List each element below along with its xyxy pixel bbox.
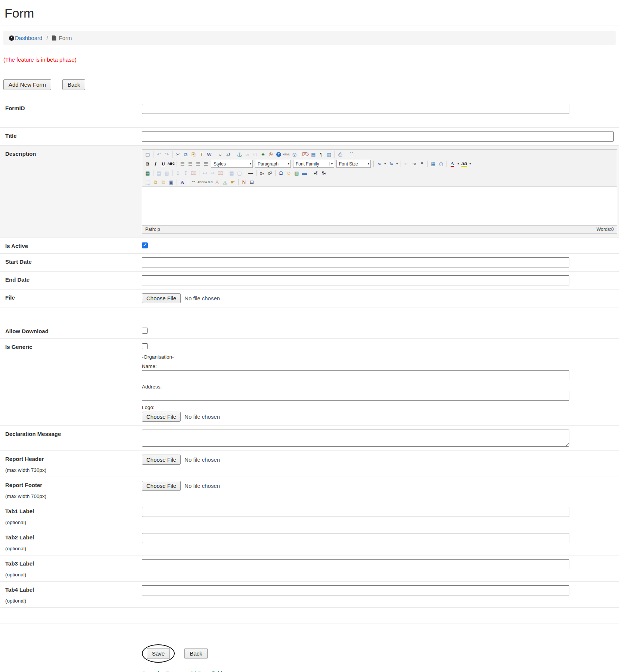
report-header-row: Report Header (max width 730px) Choose F… bbox=[0, 450, 619, 477]
organisation-name-input[interactable] bbox=[142, 370, 569, 380]
title-input[interactable] bbox=[142, 131, 614, 142]
end-date-label: End Date bbox=[5, 276, 142, 283]
insert-media-icon[interactable]: ▥ bbox=[293, 170, 301, 177]
page-title: Form bbox=[4, 6, 619, 21]
paste-icon[interactable]: ⎘ bbox=[190, 151, 197, 158]
paragraph-format-select[interactable]: Paragraph▾ bbox=[255, 160, 291, 168]
report-header-choose-button[interactable]: Choose File bbox=[142, 455, 181, 465]
declaration-textarea[interactable] bbox=[142, 430, 569, 447]
acronym-icon[interactable]: A.B.C. bbox=[205, 179, 213, 186]
file-choose-button[interactable]: Choose File bbox=[142, 293, 181, 303]
special-char-icon[interactable]: Ω bbox=[277, 170, 285, 177]
numbered-list-caret-icon[interactable]: ▾ bbox=[395, 160, 399, 167]
ltr-icon[interactable]: ▸¶ bbox=[312, 170, 320, 177]
indent-icon[interactable]: ⇥ bbox=[410, 160, 418, 167]
abbreviation-icon[interactable]: ABBR bbox=[197, 179, 205, 186]
is-active-checkbox[interactable] bbox=[142, 242, 148, 248]
logo-choose-button[interactable]: Choose File bbox=[142, 412, 181, 422]
align-left-icon[interactable]: ☰ bbox=[178, 160, 186, 167]
font-size-select[interactable]: Font Size▾ bbox=[336, 160, 371, 168]
insert-date-icon[interactable]: ▦ bbox=[429, 160, 437, 167]
tab1-input[interactable] bbox=[142, 507, 569, 517]
toolbar-separator bbox=[335, 151, 335, 158]
numbered-list-icon[interactable]: 1≡ bbox=[387, 160, 395, 167]
text-color-caret-icon[interactable]: ▾ bbox=[456, 160, 460, 167]
is-generic-checkbox[interactable] bbox=[142, 343, 148, 349]
paste-as-text-icon[interactable]: T bbox=[197, 151, 205, 158]
insert-image-icon[interactable]: ♣ bbox=[259, 151, 267, 158]
bold-icon[interactable]: B bbox=[144, 160, 152, 167]
absolute-position-icon[interactable]: ▣ bbox=[167, 179, 175, 186]
paste-from-word-icon[interactable]: W bbox=[205, 151, 213, 158]
insert-layer-icon[interactable]: ⬚ bbox=[144, 179, 152, 186]
cut-icon[interactable]: ✂ bbox=[174, 151, 182, 158]
delete-col-icon: ⌧ bbox=[217, 170, 224, 177]
text-color-icon[interactable]: A bbox=[448, 160, 456, 167]
remove-format-icon[interactable]: ⌦ bbox=[302, 151, 310, 158]
end-date-input[interactable] bbox=[142, 275, 569, 285]
report-footer-choose-button[interactable]: Choose File bbox=[142, 481, 181, 491]
styles-select[interactable]: Styles▾ bbox=[211, 160, 253, 168]
underline-icon[interactable]: U bbox=[159, 160, 167, 167]
insert-time-icon[interactable]: ◷ bbox=[437, 160, 445, 167]
start-date-input[interactable] bbox=[142, 257, 569, 267]
back-button-bottom[interactable]: Back bbox=[184, 648, 207, 659]
italic-icon[interactable]: I bbox=[152, 160, 159, 167]
cite-icon[interactable]: ❝❞ bbox=[190, 179, 197, 186]
emoticons-icon[interactable]: ☺ bbox=[285, 170, 293, 177]
attributes-icon[interactable]: ☛ bbox=[229, 179, 237, 186]
move-forward-icon[interactable]: ⧉ bbox=[152, 179, 159, 186]
font-size-select-label: Font Size bbox=[339, 161, 358, 167]
background-color-icon[interactable]: ab bbox=[460, 160, 468, 167]
table-edit-icon[interactable]: ▦ bbox=[144, 170, 152, 177]
back-button-top[interactable]: Back bbox=[62, 79, 85, 90]
print-preview-icon[interactable]: ▧ bbox=[325, 151, 333, 158]
superscript-icon[interactable]: x² bbox=[266, 170, 274, 177]
background-color-caret-icon[interactable]: ▾ bbox=[468, 160, 472, 167]
anchor-icon[interactable]: ⚓ bbox=[236, 151, 243, 158]
insert-table-icon[interactable]: ▦ bbox=[310, 151, 317, 158]
save-button[interactable]: Save bbox=[147, 648, 170, 659]
align-right-icon[interactable]: ☰ bbox=[194, 160, 202, 167]
copy-icon[interactable]: ⧉ bbox=[182, 151, 190, 158]
organisation-address-input[interactable] bbox=[142, 391, 569, 401]
cleanup-icon[interactable]: ✇ bbox=[267, 151, 275, 158]
bullet-list-icon[interactable]: •≡ bbox=[375, 160, 383, 167]
tab2-input[interactable] bbox=[142, 533, 569, 543]
breadcrumb: Dashboard / Form bbox=[3, 31, 616, 45]
save-annotation-ellipse: Save bbox=[142, 644, 175, 663]
horizontal-rule-icon[interactable]: — bbox=[247, 170, 255, 177]
insert-row-after-icon: ↧ bbox=[182, 170, 190, 177]
print-icon[interactable]: ⎙ bbox=[336, 151, 344, 158]
align-center-icon[interactable]: ☰ bbox=[186, 160, 194, 167]
style-props-icon[interactable]: A bbox=[178, 179, 186, 186]
toolbar-separator bbox=[427, 161, 428, 167]
new-document-icon[interactable]: ▢ bbox=[144, 151, 152, 158]
preview-icon[interactable]: ◎ bbox=[290, 151, 298, 158]
find-replace-icon[interactable]: ⇄ bbox=[224, 151, 232, 158]
tab3-input[interactable] bbox=[142, 559, 569, 569]
subscript-icon[interactable]: x₂ bbox=[258, 170, 266, 177]
fullscreen-icon[interactable]: ⛶ bbox=[348, 151, 355, 158]
nonbreaking-icon[interactable]: N bbox=[240, 179, 248, 186]
description-row: Description ▢↶↷✂⧉⎘TW⌕⇄⚓∞∅♣✇?HTML◎⌦▦¶▧⎙⛶B… bbox=[0, 145, 619, 238]
breadcrumb-dashboard-link[interactable]: Dashboard bbox=[9, 35, 42, 41]
blockquote-icon[interactable]: ❝ bbox=[418, 160, 426, 167]
html-source-icon[interactable]: HTML bbox=[283, 151, 290, 158]
allow-download-checkbox[interactable] bbox=[142, 328, 148, 334]
help-icon[interactable]: ? bbox=[275, 151, 283, 158]
strikethrough-icon[interactable]: ABC bbox=[167, 160, 175, 167]
visual-chars-icon[interactable]: ¶ bbox=[317, 151, 325, 158]
rtl-icon[interactable]: ¶◂ bbox=[320, 170, 327, 177]
tab4-input[interactable] bbox=[142, 585, 569, 595]
font-family-select[interactable]: Font Family▾ bbox=[293, 160, 334, 168]
bullet-list-caret-icon[interactable]: ▾ bbox=[383, 160, 387, 167]
add-new-form-button[interactable]: Add New Form bbox=[3, 79, 51, 90]
embed-icon[interactable]: ▬ bbox=[301, 170, 308, 177]
align-justify-icon[interactable]: ☰ bbox=[202, 160, 210, 167]
form-id-input[interactable] bbox=[142, 104, 569, 114]
find-icon[interactable]: ⌕ bbox=[217, 151, 224, 158]
editor-content-area[interactable] bbox=[142, 186, 617, 225]
page-break-icon[interactable]: ⊟ bbox=[248, 179, 256, 186]
move-backward-icon[interactable]: ⧉ bbox=[159, 179, 167, 186]
